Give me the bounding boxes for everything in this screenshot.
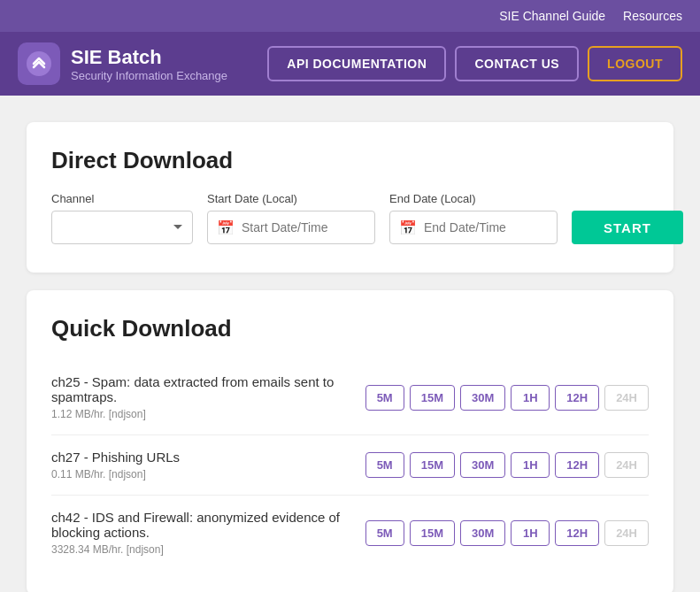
channel-list: ch25 - Spam: data extracted from emails … [51,360,649,570]
end-date-label: End Date (Local) [389,192,558,205]
channel-info: ch42 - IDS and Firewall: anonymized evid… [51,510,365,556]
time-button-5m[interactable]: 5M [365,385,404,411]
sie-channel-guide-link[interactable]: SIE Channel Guide [499,9,605,23]
channel-info: ch25 - Spam: data extracted from emails … [51,374,365,420]
time-button-24h: 24H [604,385,649,411]
direct-download-section: Direct Download Channel Start Date (Loca… [27,122,673,273]
quick-download-section: Quick Download ch25 - Spam: data extract… [27,290,673,592]
start-button[interactable]: START [572,211,683,244]
brand-title: SIE Batch [71,46,227,69]
time-button-12h[interactable]: 12H [555,452,599,478]
end-date-group: End Date (Local) 📅 [389,192,558,244]
channel-name: ch27 - Phishing URLs [51,450,180,465]
start-date-calendar-icon: 📅 [217,219,235,236]
logout-button[interactable]: LOGOUT [588,46,682,81]
brand: SIE Batch Security Information Exchange [18,42,227,85]
time-buttons: 5M15M30M1H12H24H [365,452,649,478]
time-button-5m[interactable]: 5M [365,452,404,478]
time-buttons: 5M15M30M1H12H24H [365,385,649,411]
brand-subtitle: Security Information Exchange [71,69,227,82]
channel-meta: 3328.34 MB/hr. [ndjson] [51,543,365,556]
time-button-15m[interactable]: 15M [410,452,455,478]
svg-point-0 [27,51,51,76]
brand-text: SIE Batch Security Information Exchange [71,46,227,82]
quick-download-title: Quick Download [51,315,649,342]
end-date-calendar-icon: 📅 [399,219,417,236]
channel-name: ch42 - IDS and Firewall: anonymized evid… [51,510,365,540]
time-button-5m[interactable]: 5M [365,520,404,546]
channel-name: ch25 - Spam: data extracted from emails … [51,374,365,404]
time-button-24h: 24H [604,452,649,478]
time-button-30m[interactable]: 30M [460,452,505,478]
time-button-12h[interactable]: 12H [555,520,599,546]
channel-group: Channel [51,192,193,244]
time-button-15m[interactable]: 15M [410,385,455,411]
end-date-input[interactable] [424,220,548,234]
channel-row: ch25 - Spam: data extracted from emails … [51,360,649,435]
time-button-30m[interactable]: 30M [460,385,505,411]
resources-link[interactable]: Resources [623,9,682,23]
channel-select[interactable] [51,211,193,244]
time-button-1h[interactable]: 1H [511,452,550,478]
start-date-group: Start Date (Local) 📅 [207,192,375,244]
time-button-12h[interactable]: 12H [555,385,599,411]
channel-label: Channel [51,192,193,205]
time-button-30m[interactable]: 30M [460,520,505,546]
channel-meta: 0.11 MB/hr. [ndjson] [51,468,180,481]
channel-info: ch27 - Phishing URLs0.11 MB/hr. [ndjson] [51,450,180,481]
header: SIE Batch Security Information Exchange … [0,32,700,96]
direct-download-title: Direct Download [51,147,649,174]
api-documentation-button[interactable]: API DOCUMENTATION [267,46,446,81]
start-date-label: Start Date (Local) [207,192,375,205]
time-button-24h: 24H [604,520,649,546]
time-button-1h[interactable]: 1H [511,520,550,546]
end-date-wrapper[interactable]: 📅 [389,211,558,244]
time-button-1h[interactable]: 1H [511,385,550,411]
brand-icon [18,42,60,85]
channel-row: ch42 - IDS and Firewall: anonymized evid… [51,496,649,570]
start-date-input[interactable] [242,220,365,234]
contact-us-button[interactable]: CONTACT US [455,46,579,81]
time-button-15m[interactable]: 15M [410,520,455,546]
start-date-wrapper[interactable]: 📅 [207,211,375,244]
top-bar: SIE Channel Guide Resources [0,0,700,32]
time-buttons: 5M15M30M1H12H24H [365,520,649,546]
channel-meta: 1.12 MB/hr. [ndjson] [51,408,365,420]
main-content: Direct Download Channel Start Date (Loca… [0,96,700,592]
channel-row: ch27 - Phishing URLs0.11 MB/hr. [ndjson]… [51,435,649,496]
nav-buttons: API DOCUMENTATION CONTACT US LOGOUT [267,46,682,81]
direct-download-form: Channel Start Date (Local) 📅 End Date (L… [51,192,649,244]
